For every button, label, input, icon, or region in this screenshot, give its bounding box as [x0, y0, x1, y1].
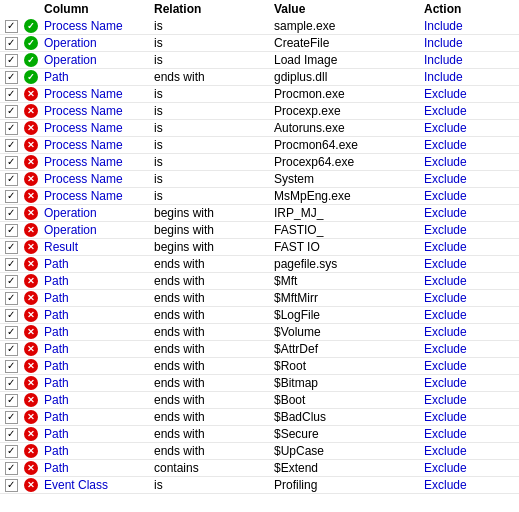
row-relation: is	[150, 171, 270, 187]
checkbox-control[interactable]	[5, 292, 18, 305]
table-row[interactable]: ✕Process NameisProcmon.exeExclude	[0, 86, 519, 103]
table-row[interactable]: ✓OperationisLoad ImageInclude	[0, 52, 519, 69]
table-row[interactable]: ✕Pathends with$MftMirrExclude	[0, 290, 519, 307]
row-checkbox[interactable]	[0, 326, 22, 339]
row-value: $BadClus	[270, 409, 420, 425]
table-row[interactable]: ✕Pathends with$UpCaseExclude	[0, 443, 519, 460]
table-row[interactable]: ✕Operationbegins withIRP_MJ_Exclude	[0, 205, 519, 222]
table-row[interactable]: ✕Pathends with$BootExclude	[0, 392, 519, 409]
checkbox-control[interactable]	[5, 54, 18, 67]
table-row[interactable]: ✓OperationisCreateFileInclude	[0, 35, 519, 52]
checkbox-control[interactable]	[5, 173, 18, 186]
row-column: Process Name	[40, 120, 150, 136]
row-checkbox[interactable]	[0, 445, 22, 458]
table-row[interactable]: ✕Process NameisMsMpEng.exeExclude	[0, 188, 519, 205]
row-column: Path	[40, 273, 150, 289]
row-checkbox[interactable]	[0, 122, 22, 135]
row-checkbox[interactable]	[0, 105, 22, 118]
table-row[interactable]: ✓Process Nameissample.exeInclude	[0, 18, 519, 35]
row-checkbox[interactable]	[0, 224, 22, 237]
table-row[interactable]: ✓Pathends withgdiplus.dllInclude	[0, 69, 519, 86]
checkbox-control[interactable]	[5, 309, 18, 322]
exclude-icon: ✕	[24, 376, 38, 390]
checkbox-control[interactable]	[5, 139, 18, 152]
row-type-icon: ✕	[22, 308, 40, 322]
checkbox-control[interactable]	[5, 394, 18, 407]
row-relation: ends with	[150, 290, 270, 306]
checkbox-control[interactable]	[5, 105, 18, 118]
row-checkbox[interactable]	[0, 292, 22, 305]
table-row[interactable]: ✕Operationbegins withFASTIO_Exclude	[0, 222, 519, 239]
checkbox-control[interactable]	[5, 428, 18, 441]
row-checkbox[interactable]	[0, 462, 22, 475]
table-row[interactable]: ✕Pathcontains$ExtendExclude	[0, 460, 519, 477]
checkbox-control[interactable]	[5, 343, 18, 356]
checkbox-control[interactable]	[5, 241, 18, 254]
row-checkbox[interactable]	[0, 377, 22, 390]
checkbox-control[interactable]	[5, 20, 18, 33]
row-checkbox[interactable]	[0, 173, 22, 186]
table-row[interactable]: ✕Process NameisAutoruns.exeExclude	[0, 120, 519, 137]
exclude-icon: ✕	[24, 104, 38, 118]
row-checkbox[interactable]	[0, 37, 22, 50]
table-row[interactable]: ✕Process NameisSystemExclude	[0, 171, 519, 188]
row-checkbox[interactable]	[0, 360, 22, 373]
row-checkbox[interactable]	[0, 156, 22, 169]
table-row[interactable]: ✕Process NameisProcmon64.exeExclude	[0, 137, 519, 154]
row-checkbox[interactable]	[0, 88, 22, 101]
table-row[interactable]: ✕Pathends with$BadClusExclude	[0, 409, 519, 426]
table-row[interactable]: ✕Pathends with$AttrDefExclude	[0, 341, 519, 358]
checkbox-control[interactable]	[5, 377, 18, 390]
table-row[interactable]: ✕Pathends with$SecureExclude	[0, 426, 519, 443]
table-row[interactable]: ✕Process NameisProcexp.exeExclude	[0, 103, 519, 120]
row-checkbox[interactable]	[0, 411, 22, 424]
row-checkbox[interactable]	[0, 190, 22, 203]
row-type-icon: ✕	[22, 206, 40, 220]
row-checkbox[interactable]	[0, 207, 22, 220]
table-row[interactable]: ✕Process NameisProcexp64.exeExclude	[0, 154, 519, 171]
table-row[interactable]: ✕Pathends with$VolumeExclude	[0, 324, 519, 341]
checkbox-control[interactable]	[5, 445, 18, 458]
row-action: Exclude	[420, 188, 500, 204]
table-row[interactable]: ✕Pathends with$RootExclude	[0, 358, 519, 375]
row-checkbox[interactable]	[0, 343, 22, 356]
table-row[interactable]: ✕Pathends with$BitmapExclude	[0, 375, 519, 392]
checkbox-control[interactable]	[5, 479, 18, 492]
table-row[interactable]: ✕Pathends with$MftExclude	[0, 273, 519, 290]
row-checkbox[interactable]	[0, 71, 22, 84]
checkbox-control[interactable]	[5, 258, 18, 271]
row-checkbox[interactable]	[0, 394, 22, 407]
checkbox-control[interactable]	[5, 462, 18, 475]
row-type-icon: ✕	[22, 104, 40, 118]
row-type-icon: ✕	[22, 461, 40, 475]
row-checkbox[interactable]	[0, 258, 22, 271]
checkbox-control[interactable]	[5, 411, 18, 424]
row-relation: is	[150, 188, 270, 204]
row-checkbox[interactable]	[0, 428, 22, 441]
checkbox-control[interactable]	[5, 71, 18, 84]
checkbox-control[interactable]	[5, 360, 18, 373]
row-checkbox[interactable]	[0, 309, 22, 322]
table-row[interactable]: ✕Pathends withpagefile.sysExclude	[0, 256, 519, 273]
row-checkbox[interactable]	[0, 20, 22, 33]
row-column: Result	[40, 239, 150, 255]
checkbox-control[interactable]	[5, 190, 18, 203]
checkbox-control[interactable]	[5, 88, 18, 101]
row-checkbox[interactable]	[0, 275, 22, 288]
header-relation: Relation	[150, 0, 270, 18]
checkbox-control[interactable]	[5, 156, 18, 169]
checkbox-control[interactable]	[5, 122, 18, 135]
row-checkbox[interactable]	[0, 241, 22, 254]
checkbox-control[interactable]	[5, 326, 18, 339]
checkbox-control[interactable]	[5, 207, 18, 220]
row-checkbox[interactable]	[0, 479, 22, 492]
table-row[interactable]: ✕Pathends with$LogFileExclude	[0, 307, 519, 324]
table-row[interactable]: ✕Resultbegins withFAST IOExclude	[0, 239, 519, 256]
row-checkbox[interactable]	[0, 54, 22, 67]
checkbox-control[interactable]	[5, 275, 18, 288]
row-checkbox[interactable]	[0, 139, 22, 152]
row-type-icon: ✕	[22, 257, 40, 271]
table-row[interactable]: ✕Event ClassisProfilingExclude	[0, 477, 519, 494]
checkbox-control[interactable]	[5, 224, 18, 237]
checkbox-control[interactable]	[5, 37, 18, 50]
